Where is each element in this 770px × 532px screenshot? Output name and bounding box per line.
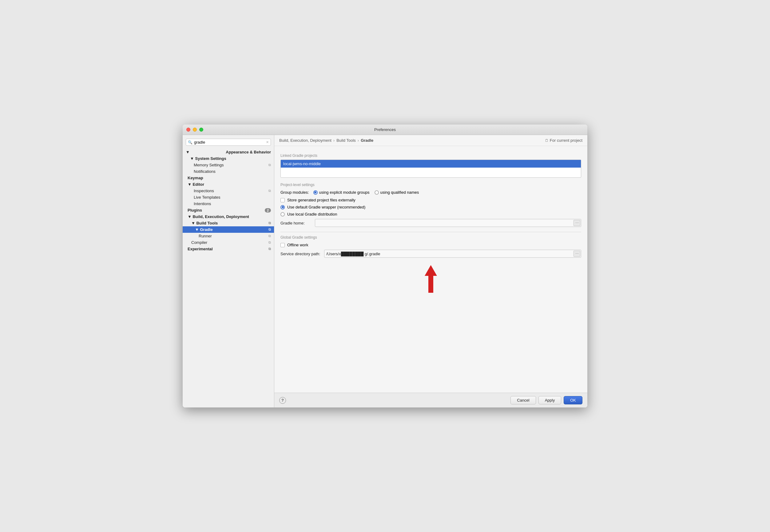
sidebar-item-intentions[interactable]: Intentions [183,200,274,207]
copy-icon-runner: ⧉ [268,234,271,238]
plugins-badge: 2 [265,208,271,212]
for-current-project: 🗒 For current project [545,138,582,143]
service-dir-label: Service directory path: [280,252,320,256]
minimize-button[interactable] [193,128,197,132]
title-bar: Preferences [183,125,587,135]
offline-work-checkbox[interactable] [280,243,285,247]
gradle-home-label: Gradle home: [280,221,311,225]
breadcrumb-sep-2: › [358,138,359,143]
group-modules-row: Group modules: using explicit module gro… [280,190,581,195]
offline-work-label: Offline work [287,243,308,247]
annotation-arrow [280,265,581,293]
triangle-icon: ▼ [190,156,195,161]
clear-search-icon[interactable]: ✕ [266,140,269,144]
sidebar-item-memory-settings[interactable]: Memory Settings ⧉ [183,162,274,168]
sidebar-item-plugins[interactable]: Plugins 2 [183,207,274,213]
linked-project-item[interactable]: local-jwms-no-middle [281,160,581,168]
breadcrumb-sep-1: › [333,138,335,143]
cancel-button[interactable]: Cancel [510,396,536,404]
sidebar-item-notifications[interactable]: Notifications [183,168,274,175]
sidebar-item-inspections[interactable]: Inspections ⧉ [183,188,274,194]
sidebar-item-compiler[interactable]: Compiler ⧉ [183,239,274,246]
sidebar-item-editor[interactable]: ▼ Editor [183,181,274,188]
linked-projects-box: local-jwms-no-middle [280,160,581,178]
breadcrumb: Build, Execution, Deployment › Build Too… [274,135,587,146]
sidebar-item-runner[interactable]: Runner ⧉ [183,233,274,239]
global-gradle-label: Global Gradle settings [280,235,581,240]
panel-body: Linked Gradle projects local-jwms-no-mid… [274,146,587,393]
radio-outer-explicit[interactable] [313,190,318,195]
search-input[interactable] [194,140,264,145]
search-icon: 🔍 [188,140,193,145]
use-wrapper-row[interactable]: Use default Gradle wrapper (recommended) [280,205,581,209]
red-arrow-svg [422,265,440,293]
divider [280,232,581,232]
use-local-label: Use local Gradle distribution [287,212,337,216]
radio-inner-wrapper [282,206,284,208]
sidebar-item-live-templates[interactable]: Live Templates [183,194,274,200]
main-content: 🔍 ✕ ▼ Appearance & Behavior ▼ System Set… [183,135,587,407]
service-dir-row: Service directory path: /Users/x████████… [280,250,581,258]
sidebar: 🔍 ✕ ▼ Appearance & Behavior ▼ System Set… [183,135,274,407]
footer-right: Cancel Apply OK [510,396,582,404]
store-externally-row[interactable]: Store generated project files externally [280,198,581,202]
breadcrumb-part-1: Build, Execution, Deployment [279,138,331,143]
copy-icon-inspections: ⧉ [268,189,271,193]
group-modules-label: Group modules: [280,190,309,195]
copy-icon-build-tools: ⧉ [268,221,271,225]
gradle-home-row: Gradle home: ⋯ [280,219,581,227]
triangle-icon: ▼ [188,182,193,187]
maximize-button[interactable] [199,128,203,132]
sidebar-item-appearance-behavior[interactable]: ▼ Appearance & Behavior [183,149,274,155]
store-externally-checkbox[interactable] [280,198,285,202]
sidebar-item-keymap[interactable]: Keymap [183,175,274,181]
triangle-icon: ▼ [186,150,190,154]
sidebar-item-build-tools[interactable]: ▼ Build Tools ⧉ [183,220,274,226]
linked-project-empty-area [281,168,581,177]
ok-button[interactable]: OK [564,396,582,404]
help-button[interactable]: ? [279,397,286,404]
footer: ? Cancel Apply OK [274,393,587,407]
sidebar-item-build-execution[interactable]: ▼ Build, Execution, Deployment [183,213,274,220]
radio-use-local[interactable] [280,212,285,216]
radio-use-wrapper[interactable] [280,205,285,209]
sidebar-item-gradle[interactable]: ▼ Gradle ⧉ [183,226,274,233]
triangle-icon: ▼ [191,221,196,225]
offline-work-row[interactable]: Offline work [280,243,581,247]
close-button[interactable] [186,128,190,132]
use-local-row[interactable]: Use local Gradle distribution [280,212,581,216]
search-box[interactable]: 🔍 ✕ [186,139,271,146]
store-externally-label: Store generated project files externally [287,198,355,202]
copy-icon-memory: ⧉ [268,163,271,167]
service-dir-value: /Users/x████████ g/.gradle [326,252,380,256]
group-modules-radio-group: using explicit module groups using quali… [313,190,419,195]
footer-left: ? [279,397,286,404]
copy-icon-experimental: ⧉ [268,247,271,251]
breadcrumb-part-2: Build Tools [336,138,356,143]
radio-qualified-names[interactable]: using qualified names [375,190,419,195]
radio-inner-explicit [314,191,316,193]
linked-projects-label: Linked Gradle projects [280,153,581,158]
service-dir-browse-button[interactable]: ⋯ [574,251,580,257]
preferences-window: Preferences 🔍 ✕ ▼ Appearance & Behavior … [183,125,587,407]
apply-button[interactable]: Apply [538,396,562,404]
radio-outer-qualified[interactable] [375,190,379,195]
window-title: Preferences [374,127,396,132]
sidebar-item-system-settings[interactable]: ▼ System Settings [183,155,274,162]
copy-icon-compiler: ⧉ [268,240,271,244]
gradle-home-field[interactable]: ⋯ [315,219,581,227]
copy-icon-gradle: ⧉ [268,228,271,232]
sidebar-item-experimental[interactable]: Experimental ⧉ [183,246,274,252]
service-dir-field[interactable]: /Users/x████████ g/.gradle ⋯ [324,250,581,258]
radio-explicit-groups[interactable]: using explicit module groups [313,190,370,195]
triangle-icon: ▼ [195,227,200,232]
right-panel: Build, Execution, Deployment › Build Too… [274,135,587,407]
use-wrapper-label: Use default Gradle wrapper (recommended) [287,205,365,209]
traffic-lights [186,128,203,132]
project-level-label: Project-level settings [280,183,581,187]
gradle-home-browse-button[interactable]: ⋯ [574,220,580,226]
triangle-icon: ▼ [188,214,193,219]
svg-marker-0 [425,265,437,293]
breadcrumb-part-3: Gradle [361,138,373,143]
